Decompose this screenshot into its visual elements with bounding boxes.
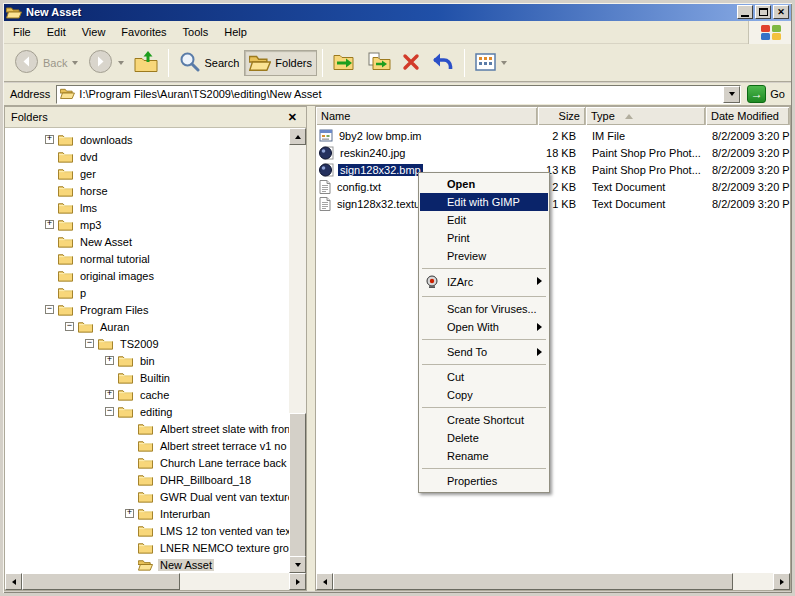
tree-vscroll-thumb[interactable]: [289, 413, 306, 564]
tree-item-new-asset[interactable]: New Asset: [5, 556, 289, 573]
file-row-reskin240-jpg[interactable]: reskin240.jpg18 KBPaint Shop Pro Phot...…: [316, 144, 790, 161]
address-input[interactable]: I:\Program Files\Auran\TS2009\editing\Ne…: [56, 85, 741, 104]
tree-item-auran[interactable]: −Auran: [5, 318, 289, 335]
collapse-icon[interactable]: −: [105, 407, 114, 416]
search-button[interactable]: Search: [174, 48, 244, 77]
tree-item-ts2009[interactable]: −TS2009: [5, 335, 289, 352]
tree-horizontal-scrollbar[interactable]: [5, 573, 306, 590]
expand-icon[interactable]: +: [125, 509, 134, 518]
tree-item-builtin[interactable]: Builtin: [5, 369, 289, 386]
file-row-sign128x32-bmp[interactable]: sign128x32.bmp13 KBPaint Shop Pro Phot..…: [316, 161, 790, 178]
tree-item-editing[interactable]: −editing: [5, 403, 289, 420]
search-icon: [179, 51, 200, 74]
menu-file[interactable]: File: [5, 23, 39, 41]
context-menu-item-cut[interactable]: Cut: [420, 368, 548, 386]
up-button[interactable]: [129, 47, 163, 78]
context-menu-item-preview[interactable]: Preview: [420, 247, 548, 265]
tree-item-lms[interactable]: lms: [5, 199, 289, 216]
tree-item-lms-12-ton-vented-van-text[interactable]: LMS 12 ton vented van text: [5, 522, 289, 539]
tree-scroll-up-button[interactable]: [289, 128, 306, 145]
context-menu-item-scan-for-viruses[interactable]: Scan for Viruses...: [420, 300, 548, 318]
collapse-icon[interactable]: −: [65, 322, 74, 331]
files-horizontal-scrollbar[interactable]: [316, 573, 790, 590]
views-button[interactable]: [470, 50, 512, 76]
views-dropdown-icon[interactable]: [501, 61, 507, 65]
menu-edit[interactable]: Edit: [39, 23, 74, 41]
context-menu-item-print[interactable]: Print: [420, 229, 548, 247]
expand-icon[interactable]: +: [105, 356, 114, 365]
tree-item-normal-tutorial[interactable]: normal tutorial: [5, 250, 289, 267]
tree-item-label: LMS 12 ton vented van text: [158, 525, 289, 537]
column-header-date-modified[interactable]: Date Modified: [706, 107, 790, 125]
column-header-size[interactable]: Size: [538, 107, 586, 125]
tree-item-gwr-dual-vent-van-texture[interactable]: GWR Dual vent van texture: [5, 488, 289, 505]
files-hscroll-thumb[interactable]: [333, 573, 733, 590]
back-dropdown-icon[interactable]: [72, 61, 78, 65]
tree-item-albert-street-terrace-v1-no[interactable]: Albert street terrace v1 no: [5, 437, 289, 454]
expand-icon[interactable]: +: [45, 220, 54, 229]
files-scroll-left-button[interactable]: [316, 573, 333, 590]
expand-icon[interactable]: +: [105, 390, 114, 399]
forward-dropdown-icon[interactable]: [118, 61, 124, 65]
collapse-icon[interactable]: −: [85, 339, 94, 348]
tree-hscroll-thumb[interactable]: [22, 573, 180, 590]
tree-item-bin[interactable]: +bin: [5, 352, 289, 369]
tree-scroll-down-button[interactable]: [289, 556, 306, 573]
tree-item-cache[interactable]: +cache: [5, 386, 289, 403]
tree-item-downloads[interactable]: +downloads: [5, 131, 289, 148]
file-row-sign128x32-textu[interactable]: sign128x32.textu1 KBText Document8/2/200…: [316, 195, 790, 212]
folders-button[interactable]: Folders: [244, 50, 317, 76]
tree-item-lner-nemco-texture-group[interactable]: LNER NEMCO texture group: [5, 539, 289, 556]
close-button[interactable]: ✕: [773, 5, 789, 19]
minimize-button[interactable]: [737, 5, 753, 19]
file-row-config-txt[interactable]: config.txt2 KBText Document8/2/2009 3:20…: [316, 178, 790, 195]
pane-splitter[interactable]: [307, 106, 315, 591]
tree-item-albert-street-slate-with-fron[interactable]: Albert street slate with fron: [5, 420, 289, 437]
context-menu-item-rename[interactable]: Rename: [420, 447, 548, 465]
close-folders-pane-button[interactable]: ✕: [285, 111, 300, 124]
tree-scroll-left-button[interactable]: [5, 573, 22, 590]
tree-item-dhr-billboard-18[interactable]: DHR_Billboard_18: [5, 471, 289, 488]
column-header-name[interactable]: Name: [316, 107, 538, 125]
go-button[interactable]: → Go: [747, 85, 789, 103]
tree-item-church-lane-terrace-back-g[interactable]: Church Lane terrace back g: [5, 454, 289, 471]
context-menu-item-edit-with-gimp[interactable]: Edit with GIMP: [420, 193, 548, 211]
tree-item-new-asset[interactable]: New Asset: [5, 233, 289, 250]
address-dropdown-button[interactable]: [723, 86, 740, 103]
context-menu-item-copy[interactable]: Copy: [420, 386, 548, 404]
move-to-button[interactable]: [328, 48, 362, 77]
maximize-button[interactable]: [755, 5, 771, 19]
tree-item-interurban[interactable]: +Interurban: [5, 505, 289, 522]
tree-item-mp3[interactable]: +mp3: [5, 216, 289, 233]
tree-item-ger[interactable]: ger: [5, 165, 289, 182]
context-menu-item-send-to[interactable]: Send To: [420, 343, 548, 361]
context-menu-item-edit[interactable]: Edit: [420, 211, 548, 229]
undo-button[interactable]: [426, 49, 459, 77]
expand-icon[interactable]: +: [45, 135, 54, 144]
file-row-9by2-low-bmp-im[interactable]: 9by2 low bmp.im2 KBIM File8/2/2009 3:20 …: [316, 127, 790, 144]
tree-vertical-scrollbar[interactable]: [289, 128, 306, 573]
files-scroll-right-button[interactable]: [773, 573, 790, 590]
context-menu-item-open-with[interactable]: Open With: [420, 318, 548, 336]
menu-help[interactable]: Help: [216, 23, 255, 41]
tree-item-p[interactable]: p: [5, 284, 289, 301]
menu-tools[interactable]: Tools: [175, 23, 217, 41]
context-menu-item-open[interactable]: Open: [420, 175, 548, 193]
copy-to-button[interactable]: [362, 48, 396, 77]
column-header-type[interactable]: Type: [586, 107, 706, 125]
menu-favorites[interactable]: Favorites: [113, 23, 174, 41]
forward-button[interactable]: [83, 46, 129, 79]
tree-item-horse[interactable]: horse: [5, 182, 289, 199]
context-menu-item-izarc[interactable]: IZArc: [420, 272, 548, 293]
tree-item-dvd[interactable]: dvd: [5, 148, 289, 165]
tree-item-program-files[interactable]: −Program Files: [5, 301, 289, 318]
context-menu-item-delete[interactable]: Delete: [420, 429, 548, 447]
delete-button[interactable]: [396, 49, 426, 77]
tree-scroll-right-button[interactable]: [289, 573, 306, 590]
menu-view[interactable]: View: [74, 23, 114, 41]
context-menu-item-properties[interactable]: Properties: [420, 472, 548, 490]
context-menu-item-create-shortcut[interactable]: Create Shortcut: [420, 411, 548, 429]
tree-item-original-images[interactable]: original images: [5, 267, 289, 284]
back-button[interactable]: Back: [9, 46, 83, 79]
collapse-icon[interactable]: −: [45, 305, 54, 314]
